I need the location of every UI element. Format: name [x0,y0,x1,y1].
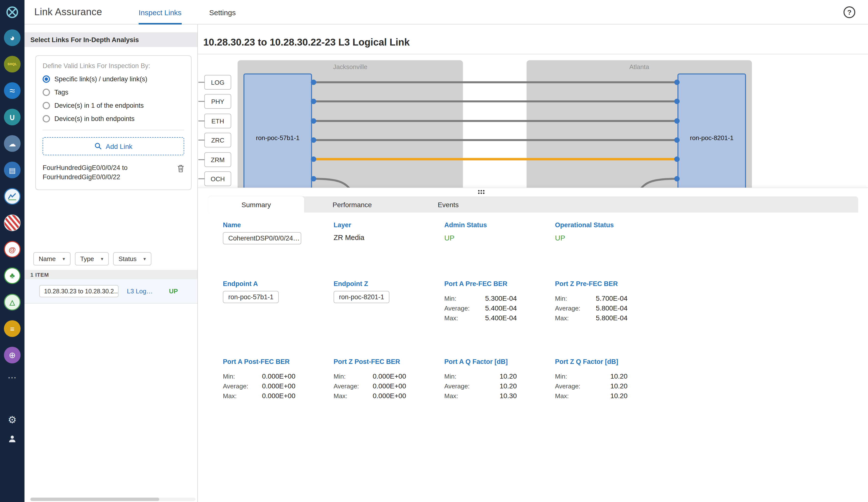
stat-label: Average: [555,304,580,312]
radio-label: Tags [54,88,68,96]
link-name-chip[interactable]: 10.28.30.23 to 10.28.30.2… [39,285,118,297]
radio-device-one-endpoint[interactable]: Device(s) in 1 of the endpoints [43,102,184,109]
layers-icon-glyph: ▤ [9,166,16,174]
scrollbar-thumb[interactable] [30,498,159,501]
summary-field-name: Name CoherentDSP0/0/0/24… [223,221,333,280]
clover-icon[interactable]: ♣ [4,268,21,284]
union-icon[interactable]: ∪ [4,109,21,125]
layers-icon[interactable]: ▤ [4,161,21,178]
link-type-label: L3 Log… [127,287,153,295]
radio-specific-links[interactable]: Specific link(s) / underlay link(s) [43,75,184,83]
radio-label: Specific link(s) / underlay link(s) [54,75,147,83]
field-label: Port Z Post-FEC BER [333,358,444,365]
item-count-bar: 1 ITEM [24,270,197,279]
health-icon-glyph: @ [9,245,16,253]
stat-value: 10.20 [610,372,628,380]
gear-icon[interactable]: ⚙ [8,414,17,426]
layer-box-zrm[interactable]: ZRM [204,152,231,167]
field-label: Layer [333,221,444,229]
stat-label: Average: [444,382,470,390]
layer-box-phy[interactable]: PHY [204,94,231,109]
filter-label: Type [80,255,94,262]
link-status-badge: UP [169,287,178,295]
stat-value: 0.000E+00 [373,382,406,390]
stat-value: 10.30 [500,392,517,400]
drawer-tab-strip: Summary Performance Events [208,196,858,212]
link-line-och-right[interactable] [637,179,677,188]
stat-value: 10.20 [610,382,628,390]
field-label: Port Z Pre-FEC BER [555,280,666,287]
filter-status-dropdown[interactable]: Status ▾ [113,252,151,265]
radio-button[interactable] [43,102,50,109]
admin-status-value: UP [444,234,555,242]
app-logo-icon[interactable] [0,0,24,24]
union-icon-glyph: ∪ [9,113,16,121]
horizontal-scrollbar[interactable] [30,498,195,501]
stat-label: Min: [555,295,567,302]
stat-label: Max: [333,392,347,399]
operational-status-value: UP [555,234,666,242]
stat-value: 5.800E-04 [596,314,628,322]
radio-tags[interactable]: Tags [43,88,184,96]
dashboard-icon[interactable]: ◕ [4,29,21,46]
stat-value: 5.700E-04 [596,294,628,302]
filter-name-dropdown[interactable]: Name ▾ [33,252,70,265]
stats-block: Min:10.20 Average:10.20 Max:10.20 [555,371,628,401]
triangle-icon[interactable]: △ [4,294,21,311]
stats-block: Min:5.700E-04 Average:5.800E-04 Max:5.80… [555,293,628,323]
summary-field-admin-status: Admin Status UP [444,221,555,280]
stat-value: 0.000E+00 [262,382,296,390]
endpoint-a-value-box[interactable]: ron-poc-57b1-1 [223,291,279,303]
database-icon[interactable]: ≡ [4,320,21,337]
endpoint-z-value-box[interactable]: ron-poc-8201-1 [333,291,390,303]
summary-field-port-z-prefec: Port Z Pre-FEC BER Min:5.700E-04 Average… [555,280,666,358]
stat-label: Max: [555,392,569,399]
tab-inspect-links[interactable]: Inspect Links [138,0,182,24]
stats-block: Min:5.300E-04 Average:5.400E-04 Max:5.40… [444,293,517,323]
filter-type-dropdown[interactable]: Type ▾ [75,252,108,265]
tab-summary[interactable]: Summary [208,196,304,212]
name-value-box[interactable]: CoherentDSP0/0/0/24… [223,232,301,244]
link-line-och-left[interactable] [313,179,354,188]
stats-block: Min:0.000E+00 Average:0.000E+00 Max:0.00… [223,371,296,401]
wave-icon[interactable]: ≈ [4,82,21,99]
radio-button[interactable] [43,88,50,96]
add-link-label: Add Link [106,142,133,150]
person-icon [8,435,17,443]
filter-label: Name [39,255,55,262]
layer-box-eth[interactable]: ETH [204,114,231,128]
stat-label: Min: [333,373,345,380]
radio-device-both-endpoints[interactable]: Device(s) in both endpoints [43,115,184,123]
help-icon[interactable]: ? [844,6,855,18]
radio-button[interactable] [43,115,50,123]
stripes-icon[interactable] [4,215,21,231]
tab-performance[interactable]: Performance [304,196,400,212]
layer-box-log[interactable]: LOG [204,75,231,90]
radio-button-selected[interactable] [43,75,50,83]
filter-label: Status [118,255,137,262]
tab-settings[interactable]: Settings [209,0,236,24]
health-icon[interactable]: @ [4,241,21,258]
field-label: Port Z Q Factor [dB] [555,358,666,365]
explore-icon[interactable]: ⊕ [4,347,21,363]
layer-box-och[interactable]: OCH [204,171,231,186]
more-icon[interactable]: ⋯ [8,372,17,383]
drawer-drag-handle-icon[interactable] [478,190,484,194]
tab-events[interactable]: Events [400,196,496,212]
link-entry-text: FourHundredGigE0/0/0/24 to FourHundredGi… [43,163,166,182]
link-list-item[interactable]: 10.28.30.23 to 10.28.30.2… L3 Log… UP [24,279,197,304]
main-content: 10.28.30.23 to 10.28.30.22-23 L3 Logical… [198,24,868,502]
field-label: Name [223,221,333,229]
sidebar-bottom: ⚙ [8,414,17,445]
layer-box-zrc[interactable]: ZRC [204,133,231,147]
stat-value: 0.000E+00 [373,372,406,380]
delete-link-button[interactable] [177,165,184,174]
endpoint-dots[interactable] [311,80,680,181]
shql-icon[interactable]: SHQL [4,56,21,73]
details-drawer: Summary Performance Events Name Coherent… [198,188,868,502]
add-link-button[interactable]: Add Link [43,137,184,155]
cloud-icon[interactable]: ☁ [4,135,21,152]
summary-field-operational-status: Operational Status UP [555,221,666,280]
analytics-icon[interactable] [4,188,21,205]
user-icon[interactable] [8,435,17,445]
